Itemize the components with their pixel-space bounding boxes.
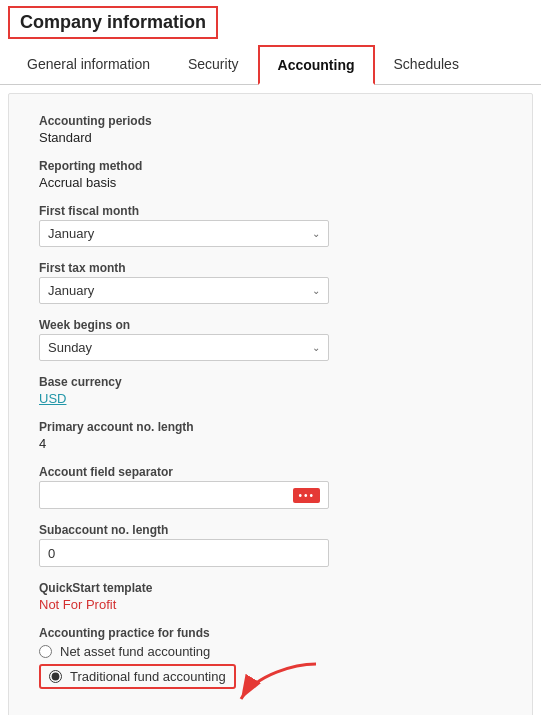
base-currency-field: Base currency USD (39, 375, 502, 406)
subaccount-value: 0 (48, 546, 55, 561)
account-field-sep-label: Account field separator (39, 465, 502, 479)
subaccount-label: Subaccount no. length (39, 523, 502, 537)
chevron-down-icon: ⌄ (312, 285, 320, 296)
base-currency-value[interactable]: USD (39, 391, 502, 406)
red-arrow-annotation (236, 654, 326, 714)
page-title-border: Company information (8, 6, 218, 39)
primary-account-field: Primary account no. length 4 (39, 420, 502, 451)
first-fiscal-month-dropdown[interactable]: January ⌄ (39, 220, 329, 247)
reporting-method-field: Reporting method Accrual basis (39, 159, 502, 190)
tab-general-information[interactable]: General information (8, 45, 169, 85)
page-title: Company information (20, 12, 206, 33)
radio-traditional-input[interactable] (49, 670, 62, 683)
radio-traditional-label: Traditional fund accounting (70, 669, 226, 684)
accounting-periods-label: Accounting periods (39, 114, 502, 128)
accounting-content: Accounting periods Standard Reporting me… (8, 93, 533, 715)
accounting-practice-label: Accounting practice for funds (39, 626, 502, 640)
week-begins-dropdown[interactable]: Sunday ⌄ (39, 334, 329, 361)
reporting-method-value: Accrual basis (39, 175, 502, 190)
radio-net-asset-input[interactable] (39, 645, 52, 658)
chevron-down-icon: ⌄ (312, 228, 320, 239)
quickstart-value[interactable]: Not For Profit (39, 597, 502, 612)
accounting-periods-field: Accounting periods Standard (39, 114, 502, 145)
first-tax-month-dropdown[interactable]: January ⌄ (39, 277, 329, 304)
first-fiscal-month-field: First fiscal month January ⌄ (39, 204, 502, 247)
first-tax-month-value: January (48, 283, 94, 298)
week-begins-label: Week begins on (39, 318, 502, 332)
first-tax-month-field: First tax month January ⌄ (39, 261, 502, 304)
subaccount-input[interactable]: 0 (39, 539, 329, 567)
first-fiscal-month-value: January (48, 226, 94, 241)
chevron-down-icon: ⌄ (312, 342, 320, 353)
first-fiscal-month-label: First fiscal month (39, 204, 502, 218)
account-field-sep-group: Account field separator ••• (39, 465, 502, 509)
accounting-periods-value: Standard (39, 130, 502, 145)
account-field-sep-input[interactable]: ••• (39, 481, 329, 509)
tab-security[interactable]: Security (169, 45, 258, 85)
week-begins-value: Sunday (48, 340, 92, 355)
base-currency-label: Base currency (39, 375, 502, 389)
reporting-method-label: Reporting method (39, 159, 502, 173)
first-tax-month-label: First tax month (39, 261, 502, 275)
ellipsis-button[interactable]: ••• (293, 488, 320, 503)
radio-net-asset-label: Net asset fund accounting (60, 644, 210, 659)
tab-bar: General information Security Accounting … (0, 45, 541, 85)
primary-account-value: 4 (39, 436, 502, 451)
subaccount-field: Subaccount no. length 0 (39, 523, 502, 567)
week-begins-field: Week begins on Sunday ⌄ (39, 318, 502, 361)
quickstart-label: QuickStart template (39, 581, 502, 595)
tab-schedules[interactable]: Schedules (375, 45, 478, 85)
accounting-practice-field: Accounting practice for funds Net asset … (39, 626, 502, 694)
quickstart-field: QuickStart template Not For Profit (39, 581, 502, 612)
primary-account-label: Primary account no. length (39, 420, 502, 434)
radio-traditional-fund[interactable]: Traditional fund accounting (39, 664, 236, 689)
accounting-practice-radio-group: Net asset fund accounting Traditional fu… (39, 644, 502, 694)
tab-accounting[interactable]: Accounting (258, 45, 375, 85)
